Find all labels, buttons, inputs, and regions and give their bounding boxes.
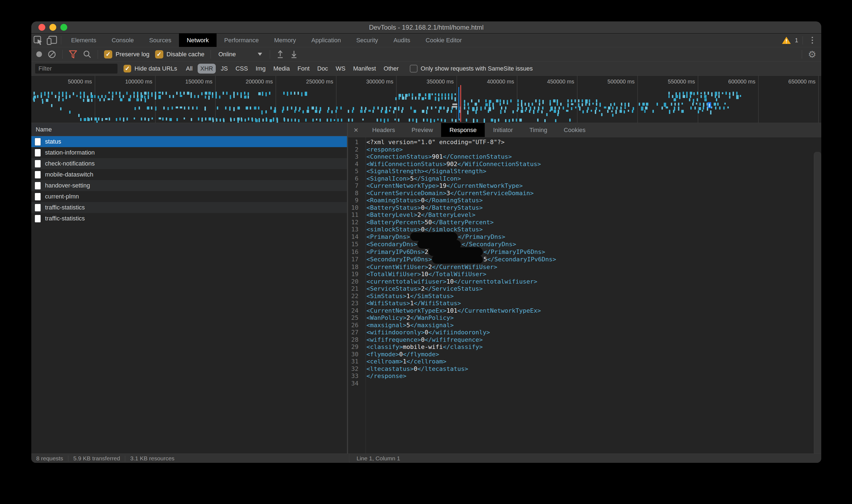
code-text: <?xml version="1.0" encoding="UTF-8"?> <box>362 139 505 146</box>
request-row-current-plmn[interactable]: current-plmn <box>31 191 347 202</box>
document-icon <box>35 160 41 167</box>
waterfall-dash <box>537 110 539 113</box>
scrollbar[interactable] <box>814 152 821 453</box>
filter-type-all[interactable]: All <box>183 64 195 74</box>
waterfall-dash <box>678 103 679 106</box>
filter-funnel-icon[interactable] <box>69 50 77 59</box>
tab-application[interactable]: Application <box>304 34 349 47</box>
waterfall-dash <box>112 95 113 98</box>
waterfall-dash <box>441 97 443 100</box>
waterfall-dash <box>612 114 614 117</box>
waterfall-dash <box>455 97 456 101</box>
waterfall-dash <box>266 92 267 96</box>
export-har-icon[interactable] <box>290 50 298 59</box>
tab-elements[interactable]: Elements <box>64 34 104 47</box>
request-row-handover-setting[interactable]: handover-setting <box>31 180 347 191</box>
requests-list: statusstation-informationcheck-notificat… <box>31 136 347 224</box>
detail-tab-response[interactable]: Response <box>441 123 485 137</box>
request-row-check-notifications[interactable]: check-notifications <box>31 158 347 169</box>
request-name: handover-setting <box>45 182 90 189</box>
tab-performance[interactable]: Performance <box>217 34 267 47</box>
request-row-traffic-statistics[interactable]: traffic-statistics <box>31 213 347 224</box>
disable-cache-checkbox[interactable]: ✓ Disable cache <box>155 50 204 58</box>
request-row-station-information[interactable]: station-information <box>31 147 347 158</box>
tab-console[interactable]: Console <box>104 34 142 47</box>
settings-gear-icon[interactable]: ⚙ <box>808 50 816 59</box>
filter-type-doc[interactable]: Doc <box>314 64 331 74</box>
tab-sources[interactable]: Sources <box>141 34 179 47</box>
name-column-header[interactable]: Name <box>31 123 347 136</box>
waterfall-dash <box>541 110 543 113</box>
waterfall-dash <box>158 92 161 94</box>
warning-icon[interactable] <box>782 36 791 44</box>
tab-memory[interactable]: Memory <box>267 34 304 47</box>
hide-data-urls-checkbox[interactable]: ✓ Hide data URLs <box>124 65 177 72</box>
more-options-icon[interactable] <box>807 37 817 44</box>
request-row-status[interactable]: status <box>31 136 347 147</box>
clear-network-log-icon[interactable] <box>48 50 56 59</box>
import-har-icon[interactable] <box>276 50 284 59</box>
waterfall-dash <box>628 103 629 107</box>
waterfall-dash <box>184 118 185 120</box>
record-network-log-icon[interactable] <box>36 51 42 57</box>
waterfall-dash <box>615 110 617 114</box>
minimize-window-button[interactable] <box>49 24 56 31</box>
preserve-log-checkbox[interactable]: ✓ Preserve log <box>104 50 150 58</box>
waterfall-dash <box>544 119 546 122</box>
timeline-selected-request-marker[interactable] <box>708 102 711 108</box>
tab-cookie-editor[interactable]: Cookie Editor <box>418 34 470 47</box>
waterfall-dash <box>432 93 433 95</box>
close-window-button[interactable] <box>38 24 45 31</box>
detail-tab-headers[interactable]: Headers <box>364 123 403 137</box>
filter-type-xhr[interactable]: XHR <box>198 64 216 74</box>
toggle-device-toolbar-button[interactable] <box>45 34 59 47</box>
samesite-checkbox[interactable]: Only show requests with SameSite issues <box>410 65 533 72</box>
request-row-mobile-dataswitch[interactable]: mobile-dataswitch <box>31 169 347 180</box>
filter-type-media[interactable]: Media <box>271 64 293 74</box>
inspect-element-button[interactable] <box>31 34 45 47</box>
waterfall-dash <box>84 95 85 98</box>
throttling-dropdown[interactable]: Online <box>217 51 264 58</box>
waterfall-dash <box>509 119 510 122</box>
filter-type-css[interactable]: CSS <box>233 64 251 74</box>
waterfall-dash <box>422 110 424 113</box>
detail-tab-preview[interactable]: Preview <box>403 123 441 137</box>
network-overview-timeline[interactable]: 50000 ms100000 ms150000 ms200000 ms25000… <box>31 76 821 123</box>
waterfall-dash <box>425 93 426 96</box>
tab-audits[interactable]: Audits <box>386 34 418 47</box>
detail-tab-cookies[interactable]: Cookies <box>556 123 594 137</box>
filter-input[interactable]: Filter <box>35 64 117 74</box>
waterfall-dash <box>230 119 232 122</box>
window-title: DevTools - 192.168.2.1/html/home.html <box>369 24 484 31</box>
waterfall-dash <box>254 107 256 110</box>
filter-type-font[interactable]: Font <box>295 64 312 74</box>
filter-type-js[interactable]: JS <box>218 64 231 74</box>
waterfall-dash <box>104 98 105 101</box>
waterfall-dash <box>522 107 523 110</box>
tab-network[interactable]: Network <box>179 34 217 47</box>
detail-tab-initiator[interactable]: Initiator <box>485 123 521 137</box>
waterfall-dash <box>642 103 645 106</box>
waterfall-dash <box>608 107 611 110</box>
waterfall-dash <box>504 110 506 113</box>
code-text: <CurrentWifiUser>2</CurrentWifiUser> <box>362 264 497 271</box>
filter-type-manifest[interactable]: Manifest <box>350 64 379 74</box>
filter-type-ws[interactable]: WS <box>333 64 348 74</box>
disable-cache-label: Disable cache <box>167 51 204 58</box>
tab-security[interactable]: Security <box>349 34 386 47</box>
waterfall-dash <box>217 107 218 110</box>
line-number: 32 <box>348 365 362 373</box>
timeline-tick-label: 550000 ms <box>640 78 695 85</box>
waterfall-dash <box>246 107 248 110</box>
filter-type-other[interactable]: Other <box>381 64 402 74</box>
search-icon[interactable] <box>83 50 92 59</box>
close-detail-icon[interactable]: × <box>348 123 364 137</box>
filter-type-img[interactable]: Img <box>253 64 269 74</box>
waterfall-dash <box>312 119 314 122</box>
detail-tab-timing[interactable]: Timing <box>521 123 556 137</box>
waterfall-dash <box>448 97 449 100</box>
line-number: 4 <box>348 161 362 168</box>
request-row-traffic-statistics[interactable]: traffic-statistics <box>31 202 347 213</box>
zoom-window-button[interactable] <box>60 24 67 31</box>
waterfall-dash <box>715 95 716 98</box>
